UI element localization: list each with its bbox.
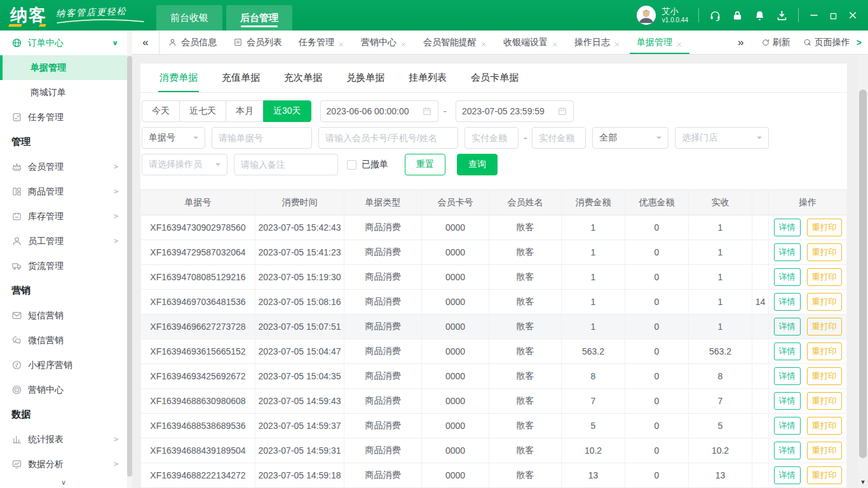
page-tab[interactable]: 操作日志 (566, 30, 628, 54)
table-row[interactable]: XF16394696627273728 2023-07-05 15:07:51 … (141, 315, 846, 339)
close-icon[interactable] (400, 39, 407, 46)
reset-button[interactable]: 重置 (405, 154, 445, 175)
amount-min-input[interactable] (465, 127, 519, 149)
order-no-input[interactable] (212, 127, 312, 149)
sidebar-item[interactable]: 商城订单 (0, 80, 127, 105)
table-row[interactable]: XF16394693615665152 2023-07-05 15:04:47 … (141, 339, 846, 364)
detail-button[interactable]: 详情 (774, 417, 801, 435)
detail-button[interactable]: 详情 (774, 342, 801, 360)
reprint-button[interactable]: 重打印 (807, 417, 842, 435)
sidebar-more-indicator[interactable]: ∨ (0, 478, 127, 488)
sidebar-item[interactable]: 会员管理 > (0, 154, 127, 179)
reprint-button[interactable]: 重打印 (807, 219, 842, 236)
status-select[interactable]: 全部 (592, 127, 668, 149)
close-icon[interactable] (614, 39, 620, 46)
sidebar-scrollbar-thumb[interactable] (127, 56, 132, 477)
sidebar-item[interactable]: 营销中心 (0, 377, 127, 402)
lock-icon[interactable] (731, 10, 743, 22)
close-button[interactable] (848, 10, 858, 20)
amount-max-input[interactable] (532, 127, 586, 149)
revoked-checkbox[interactable] (347, 160, 356, 170)
topbar-nav-tab[interactable]: 后台管理 (226, 5, 292, 30)
search-button[interactable]: 查询 (457, 154, 498, 175)
main-scrollbar-thumb[interactable] (859, 90, 867, 458)
sidebar-item[interactable]: 库存管理 > (0, 204, 127, 229)
order-type-tab[interactable]: 会员卡单据 (471, 64, 519, 92)
sidebar-item[interactable]: 任务管理 (0, 105, 127, 130)
table-row[interactable]: XF16394688222134272 2023-07-05 14:59:18 … (141, 463, 846, 488)
sidebar-item[interactable]: 货流管理 (0, 254, 127, 278)
date-from-picker[interactable]: 2023-06-06 00:00:00 (320, 100, 438, 122)
detail-button[interactable]: 详情 (774, 268, 801, 286)
table-row[interactable]: XF16394688538689536 2023-07-05 14:59:37 … (141, 414, 846, 438)
table-row[interactable]: XF16394729587032064 2023-07-05 15:41:23 … (141, 240, 846, 265)
detail-button[interactable]: 详情 (774, 243, 801, 261)
page-tab[interactable]: 会员信息 (159, 30, 225, 54)
order-type-tab[interactable]: 挂单列表 (409, 64, 447, 92)
quick-range-button[interactable]: 近30天 (263, 100, 311, 122)
operator-select[interactable]: 请选择操作员 (142, 154, 227, 175)
sidebar-item[interactable]: 订单中心 ∨ (0, 30, 127, 55)
table-row[interactable]: XF16394708085129216 2023-07-05 15:19:30 … (141, 265, 846, 290)
notification-icon[interactable] (754, 10, 766, 22)
reprint-button[interactable]: 重打印 (807, 392, 842, 410)
avatar[interactable] (637, 6, 656, 25)
reprint-button[interactable]: 重打印 (807, 318, 842, 336)
detail-button[interactable]: 详情 (774, 392, 801, 410)
page-actions-chevron-icon[interactable]: > (857, 37, 864, 48)
sidebar-item[interactable]: 商品管理 > (0, 179, 127, 204)
sidebar-item[interactable]: 数据分析 > (0, 452, 127, 477)
detail-button[interactable]: 详情 (774, 293, 801, 311)
table-row[interactable]: XF16394688439189504 2023-07-05 14:59:31 … (141, 438, 846, 463)
table-row[interactable]: XF16394693425692672 2023-07-05 15:04:35 … (141, 364, 846, 389)
maximize-button[interactable] (829, 11, 837, 20)
member-search-input[interactable] (318, 127, 458, 149)
customer-service-icon[interactable] (709, 10, 721, 22)
table-row[interactable]: XF16394697036481536 2023-07-05 15:08:16 … (141, 290, 846, 315)
reprint-button[interactable]: 重打印 (807, 342, 842, 360)
page-tab[interactable]: 会员智能提醒 (415, 30, 495, 54)
quick-range-button[interactable]: 近七天 (179, 100, 226, 122)
sidebar-item[interactable]: 单据管理 (0, 55, 127, 80)
sidebar-item[interactable]: 数据 (0, 402, 127, 427)
detail-button[interactable]: 详情 (774, 318, 801, 336)
reprint-button[interactable]: 重打印 (807, 466, 842, 484)
sidebar-item[interactable]: 短信营销 (0, 303, 127, 328)
reprint-button[interactable]: 重打印 (807, 442, 842, 459)
reprint-button[interactable]: 重打印 (807, 268, 842, 286)
table-row[interactable]: XF16394688630980608 2023-07-05 14:59:43 … (141, 389, 846, 414)
store-select[interactable]: 选择门店 (675, 127, 769, 149)
sidebar-item[interactable]: 统计报表 > (0, 427, 127, 452)
search-field-select[interactable]: 单据号 (142, 127, 205, 149)
sidebar-item[interactable]: 员工管理 > (0, 229, 127, 254)
tabs-collapse-left-icon[interactable]: « (132, 30, 159, 54)
scrollbar-down-icon[interactable]: ▾ (858, 477, 868, 487)
page-tab[interactable]: 单据管理 (628, 30, 691, 54)
quick-range-button[interactable]: 本月 (226, 100, 264, 122)
close-icon[interactable] (480, 39, 487, 46)
date-to-picker[interactable]: 2023-07-05 23:59:59 (456, 100, 574, 122)
detail-button[interactable]: 详情 (774, 219, 801, 236)
detail-button[interactable]: 详情 (774, 367, 801, 385)
page-tab[interactable]: 会员列表 (225, 30, 290, 54)
detail-button[interactable]: 详情 (774, 466, 801, 484)
reprint-button[interactable]: 重打印 (807, 367, 842, 385)
close-icon[interactable] (552, 39, 558, 46)
page-tab[interactable]: 任务管理 (290, 30, 353, 54)
page-tab[interactable]: 营销中心 (353, 30, 415, 54)
sidebar-item[interactable]: 营销 (0, 278, 127, 303)
reprint-button[interactable]: 重打印 (807, 243, 842, 261)
sidebar-item[interactable]: 微信营销 (0, 328, 127, 353)
table-row[interactable]: XF16394730902978560 2023-07-05 15:42:43 … (141, 215, 846, 240)
topbar-nav-tab[interactable]: 前台收银 (156, 5, 222, 30)
main-scrollbar[interactable]: ▾ (858, 55, 868, 488)
sidebar-scrollbar[interactable] (127, 30, 132, 488)
reprint-button[interactable]: 重打印 (807, 293, 842, 311)
sidebar-item[interactable]: 管理 (0, 130, 127, 154)
refresh-button[interactable]: 刷新 (755, 37, 797, 48)
tabs-collapse-right-icon[interactable]: » (728, 36, 754, 49)
order-type-tab[interactable]: 消费单据 (159, 64, 198, 92)
order-type-tab[interactable]: 充次单据 (284, 64, 322, 92)
remark-input[interactable] (234, 154, 338, 175)
order-type-tab[interactable]: 兑换单据 (346, 64, 384, 92)
